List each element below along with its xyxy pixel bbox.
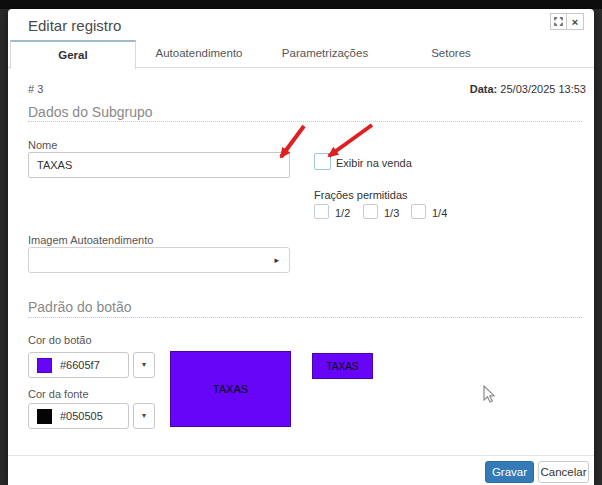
edit-record-modal: Editar registro × Geral Autoatendimento … [8,9,594,485]
footer-separator [8,455,594,456]
fracao-1-2-label: 1/2 [335,207,350,219]
fracao-1-3-checkbox[interactable] [363,204,378,219]
fracao-1-4-checkbox[interactable] [411,204,426,219]
nome-value: TAXAS [37,159,72,171]
cor-fonte-label: Cor da fonte [28,388,89,400]
tab-parametrizacoes[interactable]: Parametrizações [262,40,388,68]
cor-botao-value: #6605f7 [60,359,100,371]
caret-down-icon: ▾ [142,411,146,420]
expand-button[interactable] [550,13,567,30]
close-button[interactable]: × [567,13,584,30]
tab-label: Geral [58,49,87,61]
preview-large-text: TAXAS [213,383,248,395]
close-icon: × [572,16,578,28]
color-swatch [37,358,52,373]
window-buttons: × [550,13,584,30]
fracao-1-4-label: 1/4 [432,207,447,219]
fracao-1-2-checkbox[interactable] [314,204,329,219]
section-subgroup-heading: Dados do Subgrupo [28,104,153,120]
tab-bar: Geral Autoatendimento Parametrizações Se… [8,40,594,68]
cor-fonte-input[interactable]: #050505 [28,403,129,429]
fracao-1-3-label: 1/3 [384,207,399,219]
date-label: Data: [470,83,498,95]
nome-input[interactable]: TAXAS [28,152,290,178]
imagem-autoatendimento-dropdown[interactable]: ▸ [28,247,290,273]
cancel-button[interactable]: Cancelar [538,461,589,483]
desktop-background: Editar registro × Geral Autoatendimento … [0,0,602,485]
tab-label: Setores [431,47,471,59]
tab-label: Parametrizações [282,47,368,59]
tab-setores[interactable]: Setores [388,40,514,68]
cor-botao-input[interactable]: #6605f7 [28,352,129,378]
modal-header: Editar registro × [8,9,594,40]
separator [28,121,582,122]
tab-label: Autoatendimento [156,47,243,59]
cor-botao-dropdown-button[interactable]: ▾ [133,352,155,378]
exibir-na-venda-checkbox[interactable] [314,153,331,170]
expand-icon [554,17,563,26]
fracoes-label: Frações permitidas [314,189,408,201]
modal-title: Editar registro [28,17,121,34]
caret-right-icon: ▸ [274,255,279,265]
record-id: # 3 [28,83,43,95]
caret-down-icon: ▾ [142,360,146,369]
button-preview-small: TAXAS [312,353,373,379]
record-date: Data: 25/03/2025 13:53 [470,83,586,95]
color-swatch [37,409,52,424]
imagem-autoatendimento-label: Imagem Autoatendimento [28,234,153,246]
separator [28,317,582,318]
cor-fonte-value: #050505 [60,410,103,422]
button-preview-large: TAXAS [170,351,291,427]
exibir-na-venda-label: Exibir na venda [336,157,412,169]
section-button-style-heading: Padrão do botão [28,299,132,315]
date-value: 25/03/2025 13:53 [497,83,586,95]
preview-small-text: TAXAS [326,361,358,372]
save-button[interactable]: Gravar [485,461,534,483]
tab-geral[interactable]: Geral [10,40,136,69]
tab-autoatendimento[interactable]: Autoatendimento [136,40,262,68]
nome-label: Nome [28,139,57,151]
cor-fonte-dropdown-button[interactable]: ▾ [133,403,155,429]
cor-botao-label: Cor do botão [28,334,92,346]
